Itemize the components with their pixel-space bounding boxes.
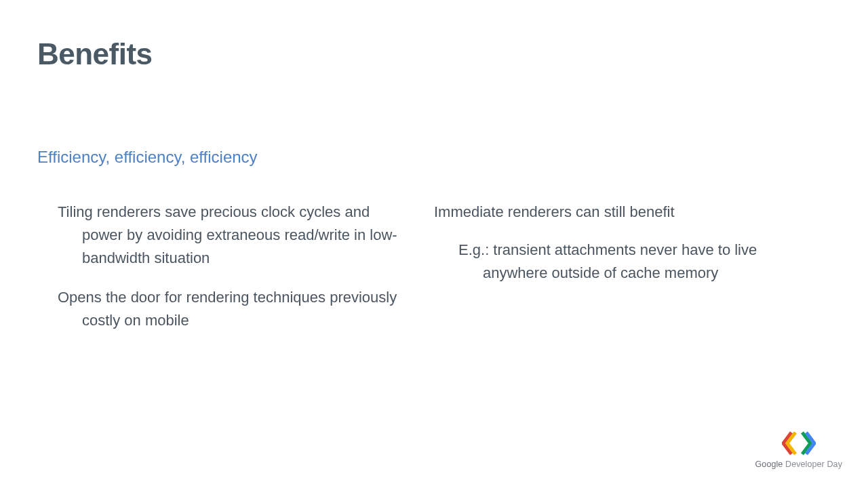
subtitle: Efficiency, efficiency, efficiency bbox=[37, 148, 827, 167]
footer-logo: Google Developer Day bbox=[755, 431, 842, 469]
bullet-right-1: Immediate renderers can still benefit bbox=[434, 201, 814, 224]
bullet-left-1: Tiling renderers save precious clock cyc… bbox=[58, 201, 414, 270]
slide: Benefits Efficiency, efficiency, efficie… bbox=[0, 0, 868, 488]
footer-text: Google Developer Day bbox=[755, 460, 842, 469]
content-columns: Tiling renderers save precious clock cyc… bbox=[37, 201, 827, 348]
page-title: Benefits bbox=[37, 37, 827, 71]
footer-brand: Google bbox=[755, 460, 783, 469]
brackets-icon bbox=[755, 431, 842, 455]
left-column: Tiling renderers save precious clock cyc… bbox=[37, 201, 414, 348]
bullet-right-1-sub: E.g.: transient attachments never have t… bbox=[434, 239, 814, 285]
bullet-left-2: Opens the door for rendering techniques … bbox=[58, 286, 414, 332]
footer-rest: Developer Day bbox=[783, 460, 842, 469]
right-column: Immediate renderers can still benefit E.… bbox=[434, 201, 814, 348]
